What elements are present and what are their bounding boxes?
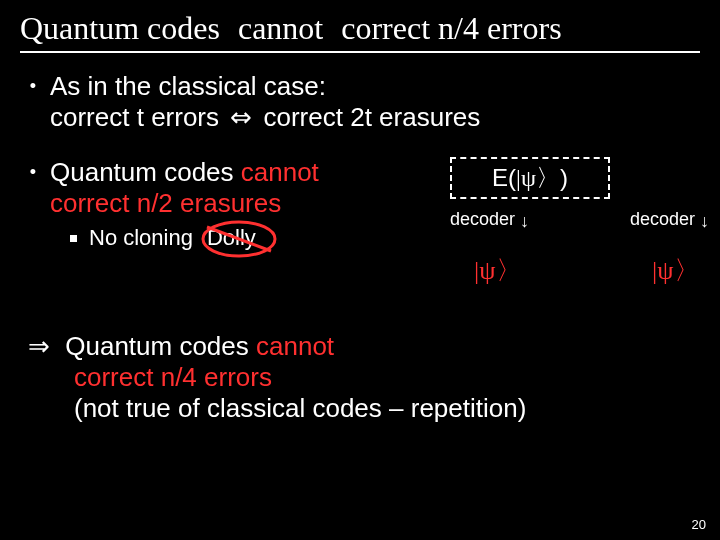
decoder-label-left: decoder — [450, 209, 515, 230]
title-part1: Quantum codes — [20, 10, 220, 46]
bullet-dot-icon: • — [28, 71, 38, 101]
implies-arrow-icon: ⇒ — [28, 331, 58, 362]
square-bullet-icon — [70, 235, 77, 242]
conclusion-line1: ⇒ Quantum codes cannot — [28, 331, 700, 362]
conclusion-line2: correct n/4 errors — [74, 362, 700, 393]
bullet-dot-icon: • — [28, 157, 38, 187]
title-part2: cannot — [238, 10, 323, 46]
iff-arrow-icon: ⇔ — [226, 102, 256, 133]
decoder-diagram: E(|ψ〉) decoder ↓ decoder ↓ |ψ〉 |ψ〉 — [420, 157, 700, 307]
title-part3: correct n/4 errors — [341, 10, 561, 46]
psi-output-right: |ψ〉 — [652, 253, 700, 288]
conclusion-line3: (not true of classical codes – repetitio… — [74, 393, 700, 424]
slide-title: Quantum codescannotcorrect n/4 errors — [20, 10, 700, 53]
psi-output-left: |ψ〉 — [474, 253, 522, 288]
bullet2-line1: Quantum codes cannot — [50, 157, 420, 188]
down-arrow-icon: ↓ — [520, 211, 529, 232]
page-number: 20 — [692, 517, 706, 532]
bullet2-line2: correct n/2 erasures — [50, 188, 420, 219]
bullet1-line2: correct t errors ⇔ correct 2t erasures — [50, 102, 700, 133]
down-arrow-icon: ↓ — [700, 211, 709, 232]
bullet-quantum-erasures: • Quantum codes cannot correct n/2 erasu… — [28, 157, 700, 307]
bullet-classical-case: • As in the classical case: correct t er… — [28, 71, 700, 133]
subbullet-no-cloning: No cloning Dolly — [70, 225, 420, 251]
encoded-state-box: E(|ψ〉) — [450, 157, 610, 199]
dolly-text: Dolly — [207, 225, 256, 250]
bullet1-line1: As in the classical case: — [50, 71, 700, 102]
decoder-label-right: decoder — [630, 209, 695, 230]
no-cloning-label: No cloning — [89, 225, 193, 251]
conclusion-block: ⇒ Quantum codes cannot correct n/4 error… — [28, 331, 700, 424]
